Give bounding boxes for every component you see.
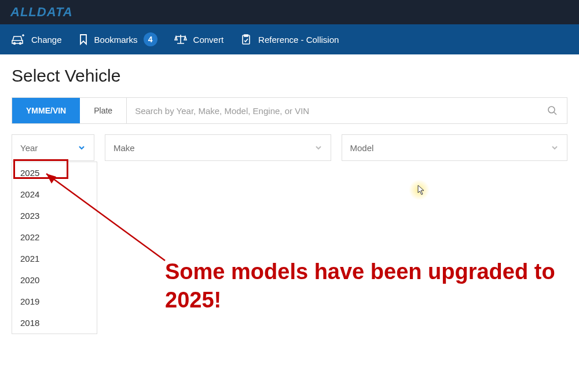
nav-bookmarks-label: Bookmarks: [94, 35, 138, 45]
nav-bar: Change Bookmarks 4 Convert Reference - C…: [0, 24, 579, 54]
svg-point-1: [20, 43, 21, 45]
nav-bookmarks[interactable]: Bookmarks 4: [78, 32, 157, 46]
chevron-down-icon: [551, 144, 559, 152]
nav-reference[interactable]: Reference - Collision: [240, 33, 339, 46]
clipboard-icon: [240, 33, 252, 46]
model-select-label: Model: [350, 143, 374, 153]
nav-convert[interactable]: Convert: [174, 33, 224, 46]
year-option[interactable]: 2021: [12, 248, 97, 269]
year-option[interactable]: 2020: [12, 269, 97, 291]
nav-convert-label: Convert: [193, 35, 224, 45]
select-row: Year 2025 2024 2023 2022 2021 2020 2019 …: [12, 134, 567, 161]
tab-plate[interactable]: Plate: [80, 98, 127, 123]
year-option[interactable]: 2022: [12, 226, 97, 248]
cursor-icon: [417, 184, 426, 196]
make-select[interactable]: Make: [105, 134, 331, 161]
nav-reference-label: Reference - Collision: [258, 35, 339, 45]
page-title: Select Vehicle: [12, 66, 567, 86]
year-option[interactable]: 2025: [12, 162, 97, 184]
svg-point-3: [548, 107, 555, 113]
year-select[interactable]: Year 2025 2024 2023 2022 2021 2020 2019 …: [12, 134, 94, 161]
annotation-text: Some models have been upgraded to 2025!: [165, 258, 579, 315]
scale-icon: [174, 33, 188, 46]
year-select-label: Year: [20, 143, 38, 153]
content-area: Select Vehicle YMME/VIN Plate Year 2025 …: [0, 54, 579, 173]
nav-change[interactable]: Change: [10, 33, 62, 46]
search-row: YMME/VIN Plate: [12, 97, 567, 124]
nav-change-label: Change: [31, 35, 62, 45]
cursor-highlight: [409, 179, 430, 200]
year-option[interactable]: 2024: [12, 184, 97, 205]
year-option[interactable]: 2019: [12, 291, 97, 312]
chevron-down-icon: [314, 144, 323, 152]
bookmark-icon: [78, 33, 89, 46]
chevron-down-icon: [78, 144, 86, 152]
search-icon: [547, 105, 558, 116]
logo: ALLDATA: [10, 5, 73, 20]
search-button[interactable]: [538, 98, 567, 123]
tab-ymme-vin[interactable]: YMME/VIN: [12, 98, 80, 123]
search-input-wrap: [127, 98, 538, 123]
model-select[interactable]: Model: [342, 134, 567, 161]
year-dropdown[interactable]: 2025 2024 2023 2022 2021 2020 2019 2018: [12, 162, 97, 334]
year-option[interactable]: 2018: [12, 312, 97, 334]
search-input[interactable]: [135, 106, 530, 116]
bookmarks-badge: 4: [144, 32, 157, 46]
year-option[interactable]: 2023: [12, 205, 97, 226]
top-bar: ALLDATA: [0, 0, 579, 24]
car-icon: [10, 33, 25, 46]
svg-point-0: [14, 43, 16, 45]
make-select-label: Make: [113, 143, 135, 153]
